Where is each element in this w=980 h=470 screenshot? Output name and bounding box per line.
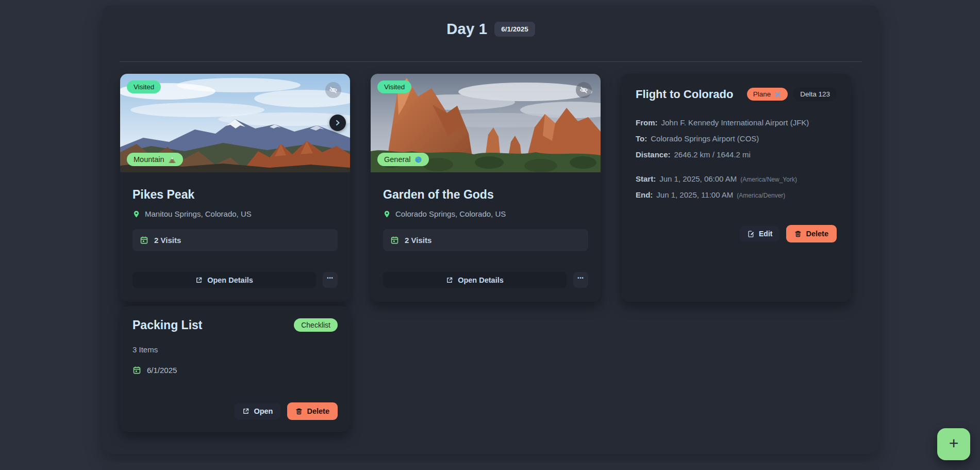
calendar-icon xyxy=(132,366,141,375)
chevron-right-icon xyxy=(334,119,342,127)
delete-label: Delete xyxy=(307,407,329,415)
external-link-icon xyxy=(242,408,250,415)
packing-actions: Open Delete xyxy=(132,402,338,420)
end-value: Jun 1, 2025, 11:00 AM xyxy=(656,190,733,199)
external-link-icon xyxy=(446,277,453,284)
map-pin-icon xyxy=(132,210,140,218)
category-badge-label: Mountain xyxy=(134,155,164,164)
visited-badge: Visited xyxy=(127,80,161,93)
open-details-button[interactable]: Open Details xyxy=(383,272,567,288)
mountain-emoji-icon xyxy=(168,156,176,164)
flight-time-details: Start:Jun 1, 2025, 06:00 AM(America/New_… xyxy=(636,174,837,206)
more-options-button[interactable]: ••• xyxy=(323,272,338,288)
items-count: 3 Items xyxy=(132,345,338,354)
flight-code-badge: Delta 123 xyxy=(793,87,837,101)
distance-value: 2646.2 km / 1644.2 mi xyxy=(674,150,751,159)
open-label: Open xyxy=(254,407,273,415)
open-details-label: Open Details xyxy=(207,276,253,284)
column-2: Visited General xyxy=(371,74,601,302)
open-details-button[interactable]: Open Details xyxy=(132,272,316,288)
flight-card-header: Flight to Colorado Plane Delta 123 xyxy=(636,87,837,101)
to-label: To: xyxy=(636,134,647,143)
from-value: John F. Kennedy International Airport (J… xyxy=(661,118,809,127)
visits-stat-box: 2 Visits xyxy=(132,229,338,251)
category-badge-mountain: Mountain xyxy=(127,153,183,166)
column-1: Visited xyxy=(120,74,350,432)
external-link-icon xyxy=(195,277,203,284)
visits-count: 2 Visits xyxy=(405,236,431,245)
category-badge-general: General xyxy=(377,153,429,166)
garden-of-the-gods-photo: Visited General xyxy=(371,74,601,172)
edit-flight-button[interactable]: Edit xyxy=(740,226,779,241)
airplane-icon xyxy=(774,90,782,98)
checklist-badge: Checklist xyxy=(294,318,338,332)
category-badge-label: General xyxy=(384,155,411,164)
ellipsis-icon: ••• xyxy=(577,276,584,281)
from-row: From:John F. Kennedy International Airpo… xyxy=(636,118,837,127)
start-row: Start:Jun 1, 2025, 06:00 AM(America/New_… xyxy=(636,174,837,183)
distance-row: Distance:2646.2 km / 1644.2 mi xyxy=(636,150,837,159)
start-value: Jun 1, 2025, 06:00 AM xyxy=(659,174,737,183)
place-card-footer: Open Details ••• xyxy=(132,272,338,288)
open-checklist-button[interactable]: Open xyxy=(235,403,280,419)
location-text: Colorado Springs, Colorado, US xyxy=(395,209,506,218)
start-timezone: (America/New_York) xyxy=(740,176,797,183)
day-date-badge: 6/1/2025 xyxy=(494,22,535,37)
place-card-footer: Open Details ••• xyxy=(383,272,588,288)
transport-type-badge: Plane xyxy=(747,88,788,101)
hide-image-button[interactable] xyxy=(576,82,592,98)
location-row: Manitou Springs, Colorado, US xyxy=(132,209,338,218)
packing-date-row: 6/1/2025 xyxy=(132,366,338,375)
to-value: Colorado Springs Airport (COS) xyxy=(651,134,759,143)
place-card-body: Pikes Peak Manitou Springs, Colorado, US xyxy=(120,172,350,302)
place-card-garden-of-the-gods: Visited General xyxy=(371,74,601,302)
place-card-pikes-peak: Visited xyxy=(120,74,350,302)
page-title: Day 1 xyxy=(446,21,487,38)
open-details-label: Open Details xyxy=(458,276,504,284)
visits-stat-box: 2 Visits xyxy=(383,229,588,251)
end-row: End:Jun 1, 2025, 11:00 AM(America/Denver… xyxy=(636,190,837,199)
delete-flight-button[interactable]: Delete xyxy=(786,225,837,242)
header-divider xyxy=(120,61,862,62)
place-title: Garden of the Gods xyxy=(383,188,588,202)
end-timezone: (America/Denver) xyxy=(737,192,785,199)
plus-icon: + xyxy=(949,435,959,451)
flight-route-details: From:John F. Kennedy International Airpo… xyxy=(636,118,837,166)
next-image-button[interactable] xyxy=(329,115,346,131)
place-card-body: Garden of the Gods Colorado Springs, Col… xyxy=(371,172,601,302)
ellipsis-icon: ••• xyxy=(327,276,333,281)
flight-actions: Edit Delete xyxy=(636,225,837,242)
delete-label: Delete xyxy=(806,230,828,238)
flight-title: Flight to Colorado xyxy=(636,88,733,101)
add-item-fab[interactable]: + xyxy=(937,428,970,460)
plane-badge-label: Plane xyxy=(753,90,771,98)
start-label: Start: xyxy=(636,174,656,183)
distance-label: Distance: xyxy=(636,150,671,159)
edit-label: Edit xyxy=(759,230,772,238)
flight-badges: Plane Delta 123 xyxy=(747,87,837,101)
location-text: Manitou Springs, Colorado, US xyxy=(145,209,252,218)
trash-icon xyxy=(794,230,802,238)
delete-checklist-button[interactable]: Delete xyxy=(287,402,338,420)
calendar-icon xyxy=(390,236,399,245)
to-row: To:Colorado Springs Airport (COS) xyxy=(636,134,837,143)
calendar-icon xyxy=(140,236,148,245)
day-section-panel: Day 1 6/1/2025 xyxy=(102,5,879,454)
from-label: From: xyxy=(636,118,658,127)
packing-date: 6/1/2025 xyxy=(147,366,177,375)
eye-off-icon xyxy=(329,86,338,94)
end-label: End: xyxy=(636,190,653,199)
hide-image-button[interactable] xyxy=(325,82,341,98)
next-day-section-edge xyxy=(102,463,879,470)
trash-icon xyxy=(295,408,303,415)
location-row: Colorado Springs, Colorado, US xyxy=(383,209,588,218)
map-pin-icon xyxy=(383,210,391,218)
flight-card: Flight to Colorado Plane Delta 123 xyxy=(621,74,851,302)
more-options-button[interactable]: ••• xyxy=(573,272,588,288)
cards-grid: Visited xyxy=(120,74,861,432)
packing-title: Packing List xyxy=(132,318,202,332)
visits-count: 2 Visits xyxy=(154,236,181,245)
packing-card-header: Packing List Checklist xyxy=(132,318,338,332)
column-3: Flight to Colorado Plane Delta 123 xyxy=(621,74,851,302)
place-title: Pikes Peak xyxy=(132,188,338,202)
